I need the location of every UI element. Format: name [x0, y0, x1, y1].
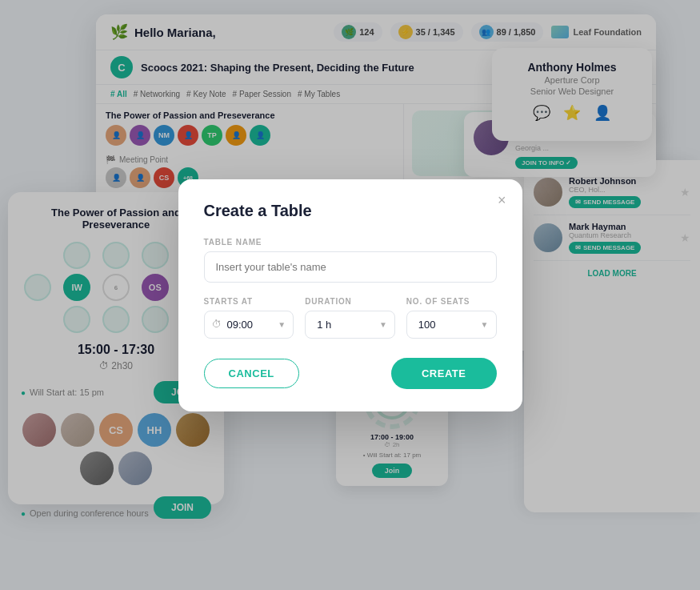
- starts-at-label: STARTS AT: [204, 297, 294, 306]
- modal-overlay: Create a Table × TABLE NAME STARTS AT ⏱ …: [0, 0, 700, 590]
- starts-at-wrapper: ⏱ 09:00 10:00 11:00 ▼: [204, 311, 294, 339]
- duration-label: DURATION: [305, 297, 395, 306]
- seats-label: NO. OF SEATS: [406, 297, 497, 306]
- seats-wrapper: 100 50 200 ▼: [406, 311, 497, 339]
- duration-group: DURATION 1 h 2 h 3 h ▼: [305, 297, 395, 339]
- modal-actions: CANCEL CREATE: [204, 358, 497, 389]
- cancel-button[interactable]: CANCEL: [204, 359, 299, 388]
- duration-wrapper: 1 h 2 h 3 h ▼: [305, 311, 395, 339]
- create-table-modal: Create a Table × TABLE NAME STARTS AT ⏱ …: [178, 179, 522, 411]
- seats-select[interactable]: 100 50 200: [406, 311, 497, 339]
- seats-group: NO. OF SEATS 100 50 200 ▼: [406, 297, 497, 339]
- duration-select[interactable]: 1 h 2 h 3 h: [305, 311, 395, 339]
- modal-title: Create a Table: [204, 202, 497, 220]
- starts-at-group: STARTS AT ⏱ 09:00 10:00 11:00 ▼: [204, 297, 294, 339]
- modal-close-button[interactable]: ×: [498, 192, 506, 209]
- form-row-details: STARTS AT ⏱ 09:00 10:00 11:00 ▼ DURATION…: [204, 297, 497, 339]
- create-button[interactable]: CREATE: [391, 358, 497, 389]
- table-name-label: TABLE NAME: [204, 238, 497, 247]
- clock-icon: ⏱: [212, 319, 222, 330]
- table-name-input[interactable]: [204, 251, 497, 283]
